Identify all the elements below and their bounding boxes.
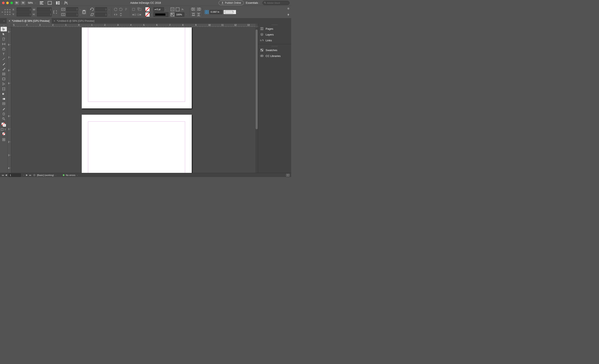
select-container-icon[interactable] xyxy=(132,7,136,12)
stroke-swatch[interactable] xyxy=(145,12,150,17)
opacity-dd[interactable]: › xyxy=(185,12,188,17)
errors-dd[interactable]: ⌄ xyxy=(77,174,78,176)
canvas-area[interactable]: 54321012345678910111213 5678901234 xyxy=(8,24,258,173)
formatting-affects[interactable]: T xyxy=(1,127,7,131)
flip-v-icon[interactable] xyxy=(119,12,123,17)
stroke-weight-input[interactable]: ▴▾0 pt xyxy=(153,7,164,11)
grid-toggle-icon[interactable] xyxy=(204,10,209,14)
text-wrap-left-icon[interactable] xyxy=(191,7,196,12)
fit-content-icon[interactable] xyxy=(170,7,175,12)
x-input[interactable]: ▴▾ xyxy=(17,8,31,12)
prev-page-button[interactable]: ◀ xyxy=(5,174,8,177)
panel-toggle-icon[interactable]: ▸▸ xyxy=(2,11,3,13)
select-prev-icon[interactable] xyxy=(132,12,136,17)
tools-toggle-icon[interactable]: ◂◂ xyxy=(3,25,5,27)
screen-mode-icon[interactable] xyxy=(48,1,52,5)
page-spread-1[interactable] xyxy=(82,27,192,109)
gradient-swatch-tool[interactable] xyxy=(1,92,7,96)
page-tool[interactable] xyxy=(1,37,7,41)
fx-icon[interactable]: fx. xyxy=(181,7,185,12)
tabbar-toggle-icon[interactable]: ▸▸ xyxy=(3,20,5,22)
scale-x-input[interactable]: ▴▾ xyxy=(66,7,78,11)
opacity-input[interactable]: 100% xyxy=(175,12,184,17)
apply-color-icon[interactable] xyxy=(1,132,7,136)
vertical-ruler[interactable]: 5678901234 xyxy=(8,27,11,173)
close-tab-icon[interactable]: × xyxy=(54,19,55,22)
flip-h-icon[interactable] xyxy=(113,12,118,17)
shear-input[interactable]: ▴▾ xyxy=(95,12,107,17)
line-tool[interactable] xyxy=(1,57,7,61)
gpu-icon[interactable] xyxy=(64,1,68,5)
panel-grip[interactable] xyxy=(258,24,291,26)
maximize-window-button[interactable] xyxy=(10,2,13,4)
scrollbar-thumb[interactable] xyxy=(255,29,258,129)
gradient-feather-tool[interactable] xyxy=(1,97,7,101)
hand-tool[interactable] xyxy=(1,111,7,116)
panel-cc-libraries[interactable]: CC Libraries xyxy=(258,53,291,59)
open-nav-icon[interactable] xyxy=(33,174,36,177)
first-page-button[interactable]: ⏮ xyxy=(1,174,4,177)
document-tab-1[interactable]: × *Untitled-5 @ 58% [GPU Preview] xyxy=(7,18,52,24)
zoom-display[interactable]: 58% xyxy=(28,1,33,4)
publish-online-button[interactable]: Publish Online xyxy=(219,1,244,5)
free-transform-tool[interactable] xyxy=(1,87,7,91)
text-wrap-right-icon[interactable] xyxy=(196,7,201,12)
pen-tool[interactable] xyxy=(1,62,7,66)
reference-point-grid[interactable] xyxy=(5,9,10,15)
close-window-button[interactable] xyxy=(2,2,5,4)
page-dd[interactable]: ⌄ xyxy=(22,174,25,177)
corner-options-dropdown[interactable] xyxy=(223,10,236,14)
arrange-icon[interactable] xyxy=(56,1,60,5)
preflight-profile[interactable]: [Basic] (working) xyxy=(37,174,54,176)
preflight-dd[interactable]: ⌄ xyxy=(55,174,57,176)
y-input[interactable]: ▴▾ xyxy=(17,12,31,17)
zoom-dropdown[interactable]: ⌄ xyxy=(34,1,37,4)
constrain-proportions-icon[interactable] xyxy=(53,10,57,14)
rotate-input[interactable]: ▴▾ xyxy=(95,7,107,11)
workspace-switcher[interactable]: Essentials⌄ xyxy=(246,1,260,4)
rectangle-tool[interactable] xyxy=(1,77,7,81)
scale-y-input[interactable]: ▴▾ xyxy=(66,12,78,17)
h-input[interactable]: ▴▾ xyxy=(37,12,52,17)
panel-swatches[interactable]: Swatches xyxy=(258,47,291,53)
pencil-tool[interactable] xyxy=(1,67,7,71)
stroke-dd[interactable]: › xyxy=(150,12,153,17)
stock-search[interactable] xyxy=(263,1,290,5)
zoom-tool[interactable] xyxy=(1,117,7,121)
page-number-input[interactable] xyxy=(9,173,21,177)
document-tab-2[interactable]: × *Untitled-6 @ 58% [GPU Preview] xyxy=(52,18,97,24)
view-options-icon[interactable] xyxy=(40,1,44,5)
direct-selection-tool[interactable] xyxy=(1,32,7,36)
fit-frame-icon[interactable] xyxy=(175,7,180,12)
fill-swatch[interactable] xyxy=(145,7,150,12)
grid-value-input[interactable]: 0.1667 in xyxy=(210,10,222,14)
quick-apply-icon[interactable] xyxy=(287,13,290,17)
eyedropper-tool[interactable] xyxy=(1,107,7,111)
horizontal-ruler[interactable]: 54321012345678910111213 xyxy=(11,24,255,27)
preflight-errors[interactable]: No errors xyxy=(66,174,75,176)
gap-tool[interactable] xyxy=(1,42,7,46)
w-input[interactable]: ▴▾ xyxy=(37,8,52,12)
panel-links[interactable]: Links xyxy=(258,37,291,43)
close-tab-icon[interactable]: × xyxy=(9,19,10,22)
minimize-window-button[interactable] xyxy=(6,2,9,4)
next-page-button[interactable]: ▶ xyxy=(25,174,28,177)
clip-icon[interactable] xyxy=(82,10,86,14)
note-tool[interactable] xyxy=(1,102,7,106)
rotate-ccw-icon[interactable] xyxy=(113,7,118,12)
stroke-style-dropdown[interactable]: ⌄ xyxy=(153,12,168,17)
selection-tool[interactable] xyxy=(1,27,7,31)
fill-dd[interactable]: › xyxy=(150,7,153,12)
fill-stroke-swatch[interactable] xyxy=(1,122,7,127)
page-spread-2[interactable] xyxy=(82,115,192,173)
ruler-origin[interactable] xyxy=(8,24,11,27)
panel-layers[interactable]: Layers xyxy=(258,32,291,37)
spread-view-icon[interactable] xyxy=(286,174,290,176)
paragraph-icon[interactable]: P xyxy=(124,7,128,12)
stock-button[interactable]: St xyxy=(21,1,25,5)
panel-grip[interactable] xyxy=(258,45,291,47)
scissors-tool[interactable] xyxy=(1,82,7,86)
pages-view[interactable] xyxy=(11,27,255,173)
view-mode-icon[interactable] xyxy=(1,137,7,142)
vertical-scrollbar[interactable] xyxy=(255,27,258,173)
